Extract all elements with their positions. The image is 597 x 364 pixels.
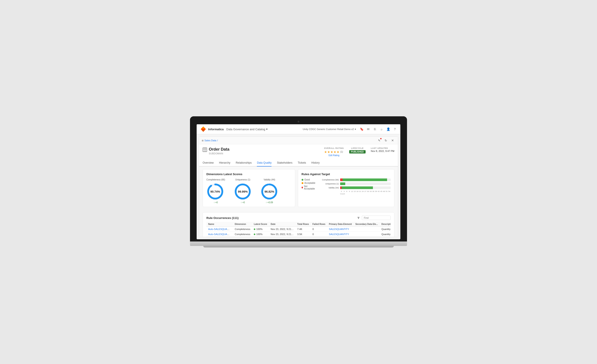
row3-desc: Quantity of Product S... [380,237,391,237]
col-name: Name [206,222,233,227]
tab-history[interactable]: History [311,160,320,167]
table-body: Auto-SALESQUANTIT... Completeness 100% N… [206,227,391,237]
status-dot [254,234,255,235]
org-selector[interactable]: Unity CDGC Generic Customer Retail Demo … [303,128,356,131]
bar-completeness-red [340,178,343,181]
rating-block: OVERALL RATING ★ ★ ★ ★ ★ [324,147,344,157]
panel-close-button[interactable]: ✕ [390,138,395,143]
tab-relationships[interactable]: Relationships [236,160,251,167]
chart-legend: Good Acceptable [302,178,315,193]
occurrences-table: Name Dimension Latest Score Date Total R… [206,222,391,237]
panel-refresh-icon[interactable]: ↻ [383,138,388,143]
tab-tickets[interactable]: Tickets [298,160,306,167]
legend-good-label: Good [305,178,310,181]
app-title-dropdown[interactable]: Data Governance and Catalog ▾ [225,128,267,131]
star-rating: ★ ★ ★ ★ ★ [324,150,339,154]
row3-secondary [354,237,380,237]
legend-good: Good [302,178,315,181]
tab-overview[interactable]: Overview [203,160,214,167]
row3-score: 100% [252,237,269,237]
row2-failed: 0 [311,232,327,237]
donut-uniqueness: 99.99% [234,183,251,200]
score-validity: Validity (44) 96.82% [260,178,278,204]
row1-failed: 0 [311,227,327,232]
occurrences-section: Rule Occurrences (111) ⛛ [203,212,394,237]
legend-acceptable: Acceptable [302,182,315,184]
tab-stakeholders[interactable]: Stakeholders [277,160,292,167]
x-tick-54: 54 [388,190,391,192]
col-failed-rows: Failed Rows [311,222,327,227]
edit-rating-link[interactable]: Edit Rating [329,154,339,157]
breadcrumb-icon: ⊞ [202,139,204,142]
lifecycle-block: LIFECYCLE PUBLISHED [349,147,366,153]
donut-uniqueness-value: 99.99% [238,190,248,193]
x-tick-45: 45 [380,190,383,192]
informatica-logo [200,126,206,132]
mail-icon[interactable]: ✉ [366,127,370,131]
star-2: ★ [327,150,330,154]
x-tick-24: 24 [361,190,364,192]
find-input[interactable] [362,216,391,220]
bar-validity-track [340,186,391,189]
notification-dot [380,138,382,139]
panel-edit-icon[interactable]: ✎ [377,138,382,143]
search-icon[interactable]: ⌕ [380,127,384,131]
bar-completeness-label: Completeness (66) [321,179,339,181]
lifecycle-badge: PUBLISHED [349,150,366,153]
row2-total: 3.5K [295,232,311,237]
bar-uniqueness-green [340,182,345,185]
org-name: Unity CDGC Generic Customer Retail Demo … [303,128,354,130]
asset-title: Order Data [209,147,229,152]
tab-data-quality[interactable]: Data Quality [257,160,271,167]
table-row: Auto-SALESQUANTIT... Completeness 100% N… [206,227,391,232]
x-tick-15: 15 [353,190,356,192]
copy-icon[interactable]: ⎘ [373,127,377,131]
x-axis: 0 3 6 9 12 15 18 21 [340,190,391,192]
legend-acceptable-label: Acceptable [305,182,315,184]
bar-chart-area: Completeness (66) [319,178,391,195]
row1-primary: SALESQUANTITY [327,227,353,232]
tab-content: Dimensions Latest Scores Completeness (6… [199,167,398,237]
x-tick-51: 51 [385,190,388,192]
row2-secondary [354,232,380,237]
scores-grid: Completeness (66) 90.74% [206,178,291,204]
row1-desc: Quantity of Product S... [380,227,391,232]
row2-desc: Quantity of Product S... [380,232,391,237]
app-title: Data Governance and Catalog [226,128,265,131]
x-tick-36: 36 [372,190,375,192]
breadcrumb-salesdata[interactable]: Sales Data [204,139,216,142]
laptop-screen: Informatica Data Governance and Catalog … [197,124,400,239]
star-1: ★ [324,150,327,154]
row1-score: 100% [252,227,269,232]
row2-name: Auto-SALESQUANTIT... [206,232,233,237]
row1-date: Nov 23, 2022, 9:21 AM [269,227,295,232]
score-completeness: Completeness (66) 90.74% [206,178,225,204]
col-secondary-de: Secondary Data Ele... [354,222,380,227]
brand-name: Informatica [208,128,224,131]
bookmark-icon[interactable]: 🔖 [360,127,364,131]
score-validity-label: Validity (44) [260,178,278,181]
user-icon[interactable]: 👤 [386,127,390,131]
laptop-base [190,242,407,246]
score-uniqueness: Uniqueness (1) 99.99% [234,178,251,204]
org-chevron-icon: ▾ [355,128,356,131]
tab-hierarchy[interactable]: Hierarchy [219,160,230,167]
table-header-bar: Rule Occurrences (111) ⛛ [206,216,391,220]
x-tick-42: 42 [377,190,380,192]
col-latest-score: Latest Score [252,222,269,227]
star-count: (1) [340,151,343,153]
legend-good-dot [302,179,303,181]
dimensions-card: Dimensions Latest Scores Completeness (6… [203,169,295,207]
bar-uniqueness: Uniqueness (1) [321,182,391,185]
nav-icons: 🔖 ✉ ⎘ ⌕ 👤 ? [360,127,397,131]
donut-completeness: 90.74% [206,183,224,200]
donut-validity-value: 96.82% [264,190,274,193]
help-icon[interactable]: ? [393,127,397,131]
bar-validity-red [340,186,342,189]
x-tick-12: 12 [351,190,353,192]
legend-not-acceptable-label: Not Acceptable [304,185,315,190]
status-dot [254,228,255,230]
filter-icon[interactable]: ⛛ [357,216,360,220]
breadcrumb: ⊞ Sales Data / [202,139,218,142]
last-updated-value: Nov 8, 2022, 9:47 PM [371,150,394,152]
